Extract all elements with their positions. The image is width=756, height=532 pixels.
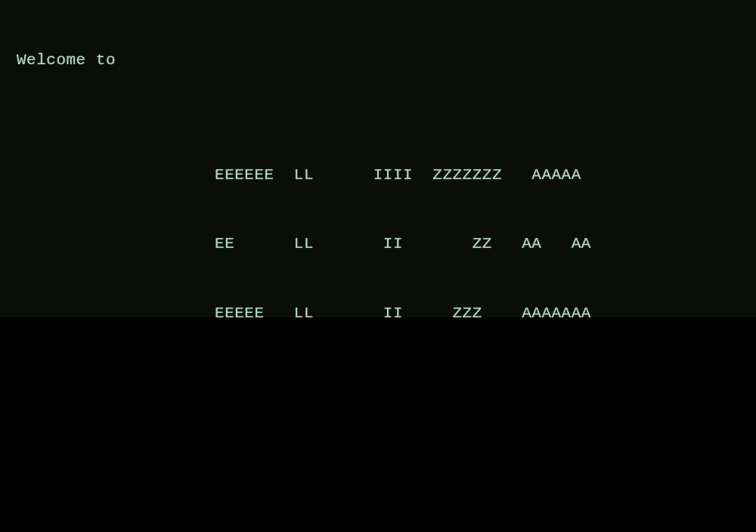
ascii-line: EE LL II ZZ AA AA: [17, 233, 756, 255]
blank-area: [0, 317, 756, 532]
ascii-line: EEEEEE LL IIII ZZZZZZZ AAAAA: [17, 164, 756, 187]
welcome-text: Welcome to: [17, 49, 756, 72]
